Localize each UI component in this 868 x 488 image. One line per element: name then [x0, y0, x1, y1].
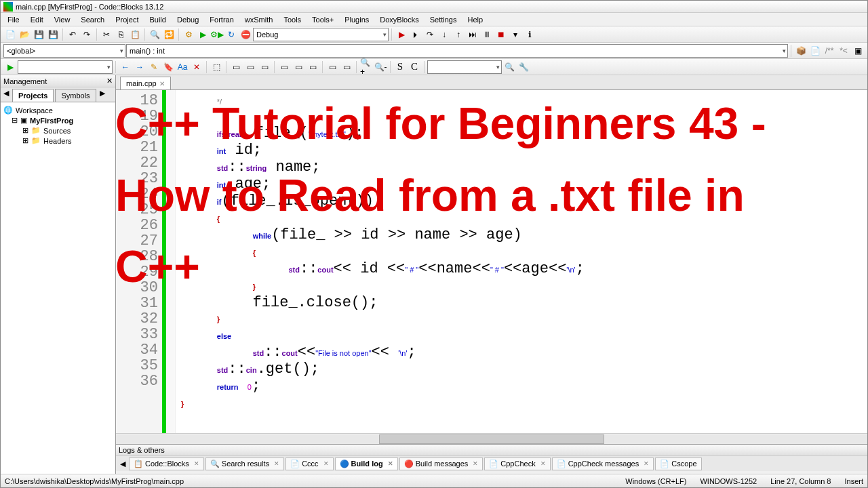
search-combo[interactable]	[427, 60, 502, 74]
open-file-icon[interactable]: 📂	[18, 28, 31, 41]
debug-next-icon[interactable]: ⏭	[466, 28, 479, 41]
expand-icon[interactable]: ⊟	[12, 116, 18, 125]
menu-help[interactable]: Help	[462, 14, 488, 25]
find-icon[interactable]: 🔍	[148, 28, 161, 41]
code-content[interactable]: */ ifstream file_("mytext.txt"); int id;…	[176, 90, 867, 433]
project-tree[interactable]: 🌐 Workspace ⊟ ▣ MyFirstProg ⊞ 📁 Sources …	[1, 102, 115, 474]
debug-stop-icon[interactable]: ⏹	[494, 28, 508, 41]
log-tab-cppcheckmsg[interactable]: 📄 CppCheck messages✕	[552, 458, 654, 470]
clear-icon[interactable]: ✕	[190, 60, 203, 74]
highlight-icon[interactable]: ✎	[147, 60, 161, 74]
rebuild-icon[interactable]: ↻	[224, 28, 238, 41]
tab-scroll-left-icon[interactable]: ◀	[1, 87, 12, 102]
box8-icon[interactable]: ▭	[340, 60, 353, 74]
undo-icon[interactable]: ↶	[66, 28, 79, 41]
zoom-out-icon[interactable]: 🔍-	[374, 60, 387, 74]
doxy-comment-icon[interactable]: /**	[823, 44, 836, 58]
step-over-icon[interactable]: ↷	[423, 28, 437, 41]
menu-view[interactable]: View	[49, 14, 76, 25]
menu-toolsplus[interactable]: Tools+	[307, 14, 339, 25]
abort-icon[interactable]: ⛔	[239, 28, 252, 41]
box4-icon[interactable]: ▭	[277, 60, 291, 74]
copy-icon[interactable]: ⎘	[114, 28, 127, 41]
log-tab-buildlog[interactable]: 🔵 Build log✕	[335, 458, 398, 470]
select-icon[interactable]: ⬚	[210, 60, 223, 74]
log-tab-cscope[interactable]: 📄 Cscope	[655, 458, 701, 470]
forward-icon[interactable]: →	[133, 60, 146, 74]
menu-debug[interactable]: Debug	[172, 14, 204, 25]
tab-symbols[interactable]: Symbols	[55, 89, 96, 102]
menu-doxyblocks[interactable]: DoxyBlocks	[374, 14, 424, 25]
file-tab-main[interactable]: main.cpp ✕	[120, 77, 171, 89]
tab-projects[interactable]: Projects	[12, 89, 54, 102]
replace-icon[interactable]: 🔁	[162, 28, 176, 41]
new-file-icon[interactable]: 📄	[3, 28, 17, 41]
c-icon[interactable]: C	[408, 60, 421, 74]
bookmark-icon[interactable]: 🔖	[161, 60, 175, 74]
debug-start-icon[interactable]: ▶	[395, 28, 408, 41]
debug-windows-icon[interactable]: ▾	[509, 28, 522, 41]
log-tab-cppcheck[interactable]: 📄 CppCheck✕	[484, 458, 550, 470]
doxy-run-icon[interactable]: ▣	[851, 44, 865, 58]
cut-icon[interactable]: ✂	[100, 28, 113, 41]
log-tab-cccc[interactable]: 📄 Cccc✕	[285, 458, 333, 470]
log-tab-codeblocks[interactable]: 📋 Code::Blocks✕	[129, 458, 204, 470]
menu-plugins[interactable]: Plugins	[339, 14, 374, 25]
code-editor[interactable]: 18 19 20 21 22 23 24 25 26 27 28 29 30 3…	[116, 90, 867, 433]
zoom-in-icon[interactable]: 🔍+	[359, 60, 373, 74]
debug-pause-icon[interactable]: ⏸	[480, 28, 494, 41]
menu-search[interactable]: Search	[75, 14, 110, 25]
box6-icon[interactable]: ▭	[306, 60, 319, 74]
save-icon[interactable]: 💾	[32, 28, 45, 41]
tree-sources[interactable]: ⊞ 📁 Sources	[3, 125, 113, 136]
box7-icon[interactable]: ▭	[326, 60, 339, 74]
menu-build[interactable]: Build	[144, 14, 171, 25]
menu-fortran[interactable]: Fortran	[204, 14, 239, 25]
tree-workspace[interactable]: 🌐 Workspace	[3, 105, 113, 115]
expand-icon[interactable]: ⊞	[22, 136, 28, 145]
search-opts-icon[interactable]: 🔧	[517, 60, 530, 74]
debug-continue-icon[interactable]: ⏵	[409, 28, 422, 41]
doxy-line-icon[interactable]: 📄	[808, 44, 822, 58]
logs-scroll-left-icon[interactable]: ◀	[117, 460, 128, 468]
save-all-icon[interactable]: 💾	[46, 28, 60, 41]
menu-settings[interactable]: Settings	[425, 14, 462, 25]
menu-tools[interactable]: Tools	[278, 14, 307, 25]
step-into-icon[interactable]: ↓	[437, 28, 451, 41]
case-icon[interactable]: Aa	[176, 60, 189, 74]
menu-wxsmith[interactable]: wxSmith	[239, 14, 279, 25]
debug-info-icon[interactable]: ℹ	[523, 28, 536, 41]
box3-icon[interactable]: ▭	[258, 60, 271, 74]
menu-file[interactable]: File	[2, 14, 25, 25]
menu-project[interactable]: Project	[110, 14, 144, 25]
s-icon[interactable]: S	[393, 60, 407, 74]
close-icon[interactable]: ✕	[106, 77, 113, 85]
tree-project[interactable]: ⊟ ▣ MyFirstProg	[3, 115, 113, 125]
menu-edit[interactable]: Edit	[25, 14, 49, 25]
log-tab-search[interactable]: 🔍 Search results✕	[205, 458, 284, 470]
redo-icon[interactable]: ↷	[80, 28, 94, 41]
build-run-icon[interactable]: ⚙▶	[210, 28, 224, 41]
scope-combo-right[interactable]: main() : int	[126, 44, 788, 58]
build-target-combo[interactable]: Debug	[253, 28, 389, 41]
tree-headers[interactable]: ⊞ 📁 Headers	[3, 136, 113, 146]
nav-combo[interactable]	[18, 60, 113, 74]
fold-column[interactable]	[166, 90, 176, 433]
expand-icon[interactable]: ⊞	[22, 126, 28, 135]
doxy-block-icon[interactable]: 📦	[794, 44, 808, 58]
tab-scroll-right-icon[interactable]: ▶	[97, 87, 108, 102]
scope-combo-left[interactable]: <global>	[3, 44, 125, 58]
box1-icon[interactable]: ▭	[229, 60, 243, 74]
doxy-comment2-icon[interactable]: *<	[837, 44, 850, 58]
box2-icon[interactable]: ▭	[243, 60, 257, 74]
search-go-icon[interactable]: 🔍	[502, 60, 516, 74]
box5-icon[interactable]: ▭	[292, 60, 305, 74]
close-tab-icon[interactable]: ✕	[159, 80, 165, 87]
jump-icon[interactable]: ▶	[3, 60, 17, 74]
horizontal-scrollbar[interactable]	[116, 433, 867, 444]
run-icon[interactable]: ▶	[196, 28, 210, 41]
step-out-icon[interactable]: ↑	[452, 28, 465, 41]
paste-icon[interactable]: 📋	[128, 28, 142, 41]
log-tab-buildmsg[interactable]: 🔴 Build messages✕	[399, 458, 484, 470]
back-icon[interactable]: ←	[119, 60, 132, 74]
